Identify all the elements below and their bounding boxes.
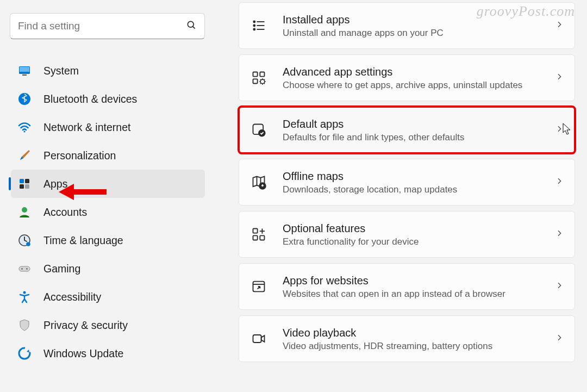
- svg-rect-10: [25, 184, 29, 189]
- paintbrush-icon: [17, 148, 32, 163]
- svg-point-0: [188, 21, 193, 27]
- search-box[interactable]: [10, 13, 205, 39]
- card-title: Installed apps: [283, 13, 555, 26]
- card-offline-maps[interactable]: Offline maps Downloads, storage location…: [239, 159, 575, 206]
- chevron-right-icon: [555, 72, 564, 83]
- card-advanced-app-settings[interactable]: Advanced app settings Choose where to ge…: [239, 54, 575, 101]
- sidebar-item-label: Network & internet: [43, 121, 130, 134]
- svg-rect-14: [19, 266, 30, 271]
- sidebar-item-accessibility[interactable]: Accessibility: [11, 283, 205, 311]
- video-icon: [250, 330, 267, 347]
- window-link-icon: [250, 278, 267, 295]
- card-optional-features[interactable]: Optional features Extra functionality fo…: [239, 211, 575, 258]
- bluetooth-icon: [17, 92, 32, 106]
- svg-rect-34: [260, 235, 264, 240]
- card-subtitle: Defaults for file and link types, other …: [283, 132, 555, 143]
- svg-point-19: [253, 21, 255, 22]
- svg-rect-26: [260, 72, 264, 77]
- wifi-icon: [17, 120, 32, 134]
- chevron-right-icon: [555, 281, 564, 292]
- svg-rect-4: [22, 74, 27, 76]
- sidebar-item-label: Gaming: [43, 263, 80, 275]
- chevron-right-icon: [555, 20, 564, 31]
- sidebar-item-network[interactable]: Network & internet: [11, 113, 205, 141]
- sidebar-item-update[interactable]: Windows Update: [11, 339, 205, 368]
- svg-point-11: [22, 207, 27, 213]
- sidebar: System Bluetooth & devices Network & int…: [0, 0, 215, 392]
- card-title: Video playback: [283, 326, 555, 339]
- add-feature-icon: [250, 226, 267, 243]
- sidebar-item-bluetooth[interactable]: Bluetooth & devices: [11, 85, 205, 113]
- sidebar-item-label: Apps: [43, 178, 67, 190]
- svg-rect-7: [20, 179, 24, 183]
- svg-point-17: [23, 291, 26, 294]
- svg-rect-27: [253, 79, 258, 83]
- update-icon: [17, 346, 32, 360]
- chevron-right-icon: [555, 177, 564, 188]
- sidebar-item-label: Personalization: [43, 150, 116, 162]
- sidebar-item-system[interactable]: System: [11, 57, 205, 85]
- svg-rect-33: [253, 235, 258, 240]
- svg-point-18: [19, 348, 30, 359]
- svg-rect-8: [25, 179, 29, 183]
- sidebar-item-privacy[interactable]: Privacy & security: [11, 311, 205, 339]
- sidebar-item-gaming[interactable]: Gaming: [11, 254, 205, 283]
- app-gear-icon: [250, 69, 267, 86]
- sidebar-item-label: System: [43, 65, 79, 77]
- chevron-right-icon: [555, 333, 564, 344]
- svg-rect-3: [20, 67, 29, 72]
- svg-point-21: [253, 24, 255, 26]
- card-title: Apps for websites: [283, 274, 555, 287]
- card-title: Offline maps: [283, 170, 555, 183]
- chevron-right-icon: [555, 125, 564, 135]
- sidebar-item-apps[interactable]: Apps: [11, 170, 205, 198]
- svg-rect-37: [253, 335, 261, 343]
- svg-point-28: [260, 79, 265, 84]
- svg-rect-32: [253, 229, 258, 233]
- svg-point-23: [253, 28, 255, 30]
- sidebar-item-label: Bluetooth & devices: [43, 93, 137, 105]
- card-default-apps[interactable]: Default apps Defaults for file and link …: [239, 107, 575, 153]
- person-icon: [17, 205, 32, 219]
- controller-icon: [17, 262, 32, 276]
- chevron-right-icon: [555, 229, 564, 240]
- svg-point-15: [21, 268, 23, 270]
- card-subtitle: Websites that can open in an app instead…: [283, 289, 555, 300]
- card-title: Default apps: [283, 117, 555, 130]
- sidebar-item-personalization[interactable]: Personalization: [11, 141, 205, 170]
- card-subtitle: Extra functionality for your device: [283, 237, 555, 247]
- card-installed-apps[interactable]: Installed apps Uninstall and manage apps…: [239, 2, 575, 49]
- shield-icon: [17, 318, 32, 332]
- svg-line-1: [193, 27, 195, 29]
- sidebar-item-accounts[interactable]: Accounts: [11, 198, 205, 226]
- svg-rect-25: [253, 72, 258, 77]
- sidebar-nav: System Bluetooth & devices Network & int…: [10, 57, 205, 368]
- search-icon: [186, 20, 197, 33]
- system-icon: [17, 64, 32, 78]
- svg-rect-9: [20, 184, 24, 189]
- card-apps-for-websites[interactable]: Apps for websites Websites that can open…: [239, 263, 575, 310]
- card-subtitle: Video adjustments, HDR streaming, batter…: [283, 341, 555, 352]
- svg-point-13: [26, 242, 30, 246]
- apps-icon: [17, 177, 32, 191]
- sidebar-item-label: Accessibility: [43, 291, 101, 303]
- default-apps-icon: [250, 121, 267, 139]
- card-title: Advanced app settings: [283, 65, 555, 78]
- sidebar-item-time[interactable]: Time & language: [11, 226, 205, 254]
- sidebar-item-label: Privacy & security: [43, 319, 128, 332]
- search-input[interactable]: [18, 20, 186, 32]
- accessibility-icon: [17, 290, 32, 304]
- svg-point-16: [26, 268, 28, 270]
- card-title: Optional features: [283, 222, 555, 235]
- list-icon: [250, 17, 267, 34]
- map-download-icon: [250, 173, 267, 191]
- clock-icon: [17, 233, 32, 247]
- svg-point-6: [23, 130, 25, 132]
- content-panel: Installed apps Uninstall and manage apps…: [215, 2, 587, 392]
- card-subtitle: Downloads, storage location, map updates: [283, 184, 555, 195]
- sidebar-item-label: Time & language: [43, 234, 123, 247]
- card-video-playback[interactable]: Video playback Video adjustments, HDR st…: [239, 315, 575, 362]
- sidebar-item-label: Windows Update: [43, 347, 123, 360]
- sidebar-item-label: Accounts: [43, 206, 87, 219]
- card-subtitle: Choose where to get apps, archive apps, …: [283, 80, 555, 91]
